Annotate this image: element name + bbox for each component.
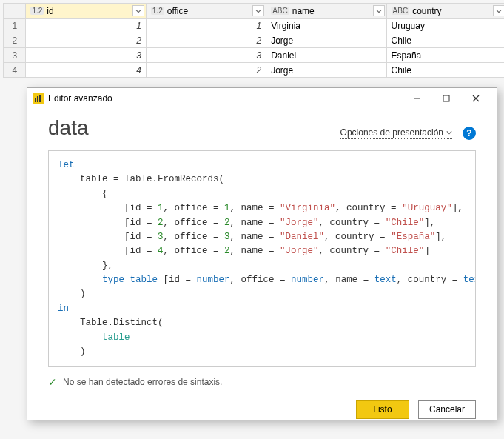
row-number: 4 bbox=[4, 63, 26, 78]
window-title: Editor avanzado bbox=[48, 93, 112, 104]
column-label: name bbox=[292, 6, 315, 16]
data-table: 1.2id 1.2office ABCname ABCcountry 111Vi… bbox=[3, 3, 504, 78]
row-number: 2 bbox=[4, 33, 26, 48]
cell-id[interactable]: 4 bbox=[26, 63, 146, 78]
cell-office[interactable]: 2 bbox=[146, 33, 266, 48]
cell-id[interactable]: 2 bbox=[26, 33, 146, 48]
column-label: id bbox=[47, 6, 53, 16]
table-row[interactable]: 333DanielEspaña bbox=[4, 48, 505, 63]
table-row[interactable]: 111VirginiaUruguay bbox=[4, 19, 505, 33]
column-filter-dropdown[interactable] bbox=[493, 5, 504, 16]
done-button[interactable]: Listo bbox=[356, 400, 409, 419]
close-button[interactable] bbox=[461, 90, 491, 107]
cell-name[interactable]: Daniel bbox=[266, 48, 386, 63]
column-filter-dropdown[interactable] bbox=[373, 5, 385, 16]
cell-name[interactable]: Jorge bbox=[266, 33, 386, 48]
table-row[interactable]: 222JorgeChile bbox=[4, 33, 505, 48]
type-badge-number: 1.2 bbox=[30, 7, 44, 15]
column-header-office[interactable]: 1.2office bbox=[146, 4, 266, 19]
cell-office[interactable]: 2 bbox=[146, 63, 266, 78]
cell-country[interactable]: Uruguay bbox=[386, 19, 504, 33]
type-badge-text: ABC bbox=[392, 7, 410, 15]
column-label: office bbox=[167, 6, 188, 16]
cell-name[interactable]: Virginia bbox=[266, 19, 386, 33]
svg-rect-2 bbox=[39, 95, 41, 102]
cell-office[interactable]: 3 bbox=[146, 48, 266, 63]
row-number: 3 bbox=[4, 48, 26, 63]
cell-id[interactable]: 3 bbox=[26, 48, 146, 63]
column-header-name[interactable]: ABCname bbox=[266, 4, 386, 19]
chevron-down-icon bbox=[446, 130, 452, 135]
cell-id[interactable]: 1 bbox=[26, 19, 146, 33]
svg-rect-1 bbox=[37, 96, 38, 102]
type-badge-number: 1.2 bbox=[151, 7, 164, 15]
minimize-button[interactable] bbox=[402, 90, 431, 107]
type-badge-text: ABC bbox=[271, 7, 289, 15]
column-header-id[interactable]: 1.2id bbox=[26, 4, 146, 19]
row-header-blank bbox=[4, 4, 26, 19]
column-filter-dropdown[interactable] bbox=[132, 5, 144, 16]
cell-country[interactable]: Chile bbox=[386, 63, 504, 78]
cell-name[interactable]: Jorge bbox=[266, 63, 386, 78]
svg-rect-4 bbox=[443, 95, 449, 101]
check-icon: ✓ bbox=[48, 376, 57, 388]
cancel-button[interactable]: Cancelar bbox=[418, 400, 476, 419]
cell-office[interactable]: 1 bbox=[146, 19, 266, 33]
svg-rect-0 bbox=[35, 98, 36, 102]
cell-country[interactable]: Chile bbox=[386, 33, 504, 48]
syntax-status: ✓ No se han detectado errores de sintaxi… bbox=[48, 376, 476, 388]
table-row[interactable]: 442JorgeChile bbox=[4, 63, 505, 78]
display-options-dropdown[interactable]: Opciones de presentación bbox=[340, 127, 452, 139]
cell-country[interactable]: España bbox=[386, 48, 504, 63]
column-label: country bbox=[412, 6, 441, 16]
column-header-country[interactable]: ABCcountry bbox=[386, 4, 504, 19]
app-icon bbox=[33, 93, 44, 104]
dialog-title: data bbox=[48, 116, 89, 140]
code-editor[interactable]: let table = Table.FromRecords( { [id = 1… bbox=[48, 150, 476, 367]
status-text: No se han detectado errores de sintaxis. bbox=[63, 377, 222, 387]
maximize-button[interactable] bbox=[431, 90, 461, 107]
help-icon[interactable]: ? bbox=[463, 127, 476, 140]
row-number: 1 bbox=[4, 19, 26, 33]
advanced-editor-dialog: Editor avanzado data Opciones de present… bbox=[27, 87, 497, 420]
column-filter-dropdown[interactable] bbox=[252, 5, 264, 16]
title-bar: Editor avanzado bbox=[27, 88, 497, 109]
